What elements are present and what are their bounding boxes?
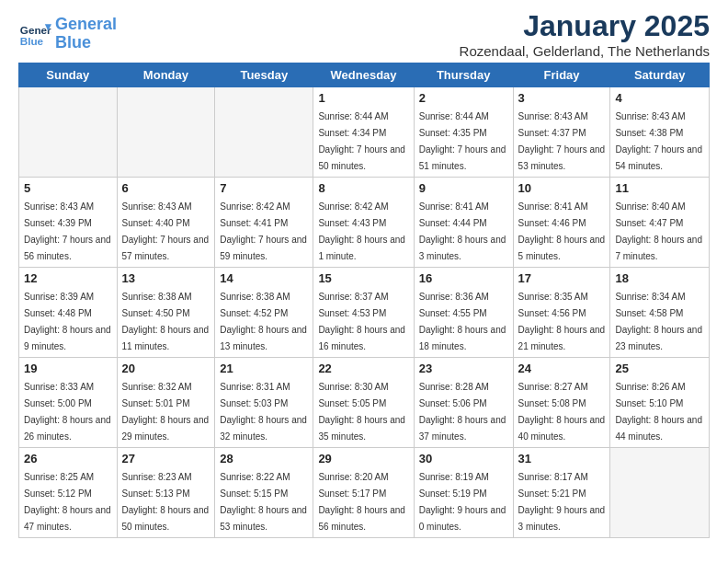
calendar-cell: 28Sunrise: 8:22 AMSunset: 5:15 PMDayligh… xyxy=(215,448,313,538)
calendar-cell: 31Sunrise: 8:17 AMSunset: 5:21 PMDayligh… xyxy=(513,448,610,538)
col-friday: Friday xyxy=(513,63,610,87)
calendar-cell: 27Sunrise: 8:23 AMSunset: 5:13 PMDayligh… xyxy=(117,448,215,538)
day-info: Sunrise: 8:25 AMSunset: 5:12 PMDaylight:… xyxy=(24,472,111,532)
location-subtitle: Rozendaal, Gelderland, The Netherlands xyxy=(460,43,710,59)
week-row: 1Sunrise: 8:44 AMSunset: 4:34 PMDaylight… xyxy=(19,87,710,178)
day-info: Sunrise: 8:43 AMSunset: 4:38 PMDaylight:… xyxy=(615,111,702,171)
col-saturday: Saturday xyxy=(610,63,710,87)
col-thursday: Thursday xyxy=(414,63,513,87)
day-info: Sunrise: 8:36 AMSunset: 4:55 PMDaylight:… xyxy=(419,292,506,351)
day-info: Sunrise: 8:31 AMSunset: 5:03 PMDaylight:… xyxy=(220,382,307,442)
day-number: 9 xyxy=(419,181,508,195)
day-number: 15 xyxy=(318,271,408,285)
week-row: 26Sunrise: 8:25 AMSunset: 5:12 PMDayligh… xyxy=(19,448,710,538)
day-number: 30 xyxy=(419,452,508,465)
col-sunday: Sunday xyxy=(19,63,118,87)
calendar-cell: 3Sunrise: 8:43 AMSunset: 4:37 PMDaylight… xyxy=(513,87,610,178)
logo-icon: General Blue xyxy=(18,17,51,51)
day-info: Sunrise: 8:43 AMSunset: 4:37 PMDaylight:… xyxy=(518,111,606,171)
calendar-cell: 22Sunrise: 8:30 AMSunset: 5:05 PMDayligh… xyxy=(313,358,414,448)
day-number: 10 xyxy=(518,181,606,195)
col-wednesday: Wednesday xyxy=(313,63,414,87)
calendar-cell: 1Sunrise: 8:44 AMSunset: 4:34 PMDaylight… xyxy=(313,87,414,178)
day-info: Sunrise: 8:42 AMSunset: 4:43 PMDaylight:… xyxy=(318,201,405,261)
day-info: Sunrise: 8:26 AMSunset: 5:10 PMDaylight:… xyxy=(615,382,702,442)
calendar-table: Sunday Monday Tuesday Wednesday Thursday… xyxy=(18,63,710,538)
week-row: 5Sunrise: 8:43 AMSunset: 4:39 PMDaylight… xyxy=(19,178,710,268)
calendar-cell: 4Sunrise: 8:43 AMSunset: 4:38 PMDaylight… xyxy=(610,87,710,178)
day-number: 19 xyxy=(24,362,112,375)
day-number: 25 xyxy=(615,362,704,375)
calendar-cell: 23Sunrise: 8:28 AMSunset: 5:06 PMDayligh… xyxy=(414,358,513,448)
day-number: 28 xyxy=(220,452,308,465)
logo: General Blue GeneralBlue xyxy=(18,16,117,52)
day-number: 7 xyxy=(220,181,308,195)
day-info: Sunrise: 8:39 AMSunset: 4:48 PMDaylight:… xyxy=(24,292,111,351)
calendar-cell: 18Sunrise: 8:34 AMSunset: 4:58 PMDayligh… xyxy=(610,268,710,358)
calendar-cell: 19Sunrise: 8:33 AMSunset: 5:00 PMDayligh… xyxy=(19,358,118,448)
logo-text: GeneralBlue xyxy=(55,16,117,52)
day-info: Sunrise: 8:20 AMSunset: 5:17 PMDaylight:… xyxy=(318,472,405,532)
day-info: Sunrise: 8:44 AMSunset: 4:35 PMDaylight:… xyxy=(419,111,506,171)
week-row: 19Sunrise: 8:33 AMSunset: 5:00 PMDayligh… xyxy=(19,358,710,448)
day-number: 16 xyxy=(419,271,508,285)
day-info: Sunrise: 8:35 AMSunset: 4:56 PMDaylight:… xyxy=(518,292,606,351)
calendar-cell: 17Sunrise: 8:35 AMSunset: 4:56 PMDayligh… xyxy=(513,268,610,358)
day-number: 1 xyxy=(318,91,408,105)
day-number: 6 xyxy=(122,181,210,195)
day-info: Sunrise: 8:28 AMSunset: 5:06 PMDaylight:… xyxy=(419,382,506,442)
day-info: Sunrise: 8:37 AMSunset: 4:53 PMDaylight:… xyxy=(318,292,405,351)
calendar-cell: 5Sunrise: 8:43 AMSunset: 4:39 PMDaylight… xyxy=(19,178,118,268)
calendar-cell: 15Sunrise: 8:37 AMSunset: 4:53 PMDayligh… xyxy=(313,268,414,358)
day-info: Sunrise: 8:43 AMSunset: 4:39 PMDaylight:… xyxy=(24,201,111,261)
day-info: Sunrise: 8:33 AMSunset: 5:00 PMDaylight:… xyxy=(24,382,111,442)
day-number: 29 xyxy=(318,452,408,465)
day-info: Sunrise: 8:17 AMSunset: 5:21 PMDaylight:… xyxy=(518,472,606,532)
col-monday: Monday xyxy=(117,63,215,87)
day-info: Sunrise: 8:22 AMSunset: 5:15 PMDaylight:… xyxy=(220,472,307,532)
calendar-cell: 10Sunrise: 8:41 AMSunset: 4:46 PMDayligh… xyxy=(513,178,610,268)
day-number: 18 xyxy=(615,271,704,285)
day-info: Sunrise: 8:23 AMSunset: 5:13 PMDaylight:… xyxy=(122,472,210,532)
calendar-cell: 6Sunrise: 8:43 AMSunset: 4:40 PMDaylight… xyxy=(117,178,215,268)
calendar-cell: 2Sunrise: 8:44 AMSunset: 4:35 PMDaylight… xyxy=(414,87,513,178)
day-info: Sunrise: 8:34 AMSunset: 4:58 PMDaylight:… xyxy=(615,292,702,351)
day-number: 12 xyxy=(24,271,112,285)
calendar-cell: 30Sunrise: 8:19 AMSunset: 5:19 PMDayligh… xyxy=(414,448,513,538)
day-number: 4 xyxy=(615,91,704,105)
calendar-cell: 20Sunrise: 8:32 AMSunset: 5:01 PMDayligh… xyxy=(117,358,215,448)
day-info: Sunrise: 8:40 AMSunset: 4:47 PMDaylight:… xyxy=(615,201,702,261)
day-number: 23 xyxy=(419,362,508,375)
day-number: 11 xyxy=(615,181,704,195)
day-number: 20 xyxy=(122,362,210,375)
day-info: Sunrise: 8:32 AMSunset: 5:01 PMDaylight:… xyxy=(122,382,210,442)
calendar-cell xyxy=(215,87,313,178)
calendar-cell: 13Sunrise: 8:38 AMSunset: 4:50 PMDayligh… xyxy=(117,268,215,358)
calendar-cell: 11Sunrise: 8:40 AMSunset: 4:47 PMDayligh… xyxy=(610,178,710,268)
page-header: General Blue GeneralBlue January 2025 Ro… xyxy=(0,0,728,63)
week-row: 12Sunrise: 8:39 AMSunset: 4:48 PMDayligh… xyxy=(19,268,710,358)
day-info: Sunrise: 8:44 AMSunset: 4:34 PMDaylight:… xyxy=(318,111,405,171)
calendar-cell: 26Sunrise: 8:25 AMSunset: 5:12 PMDayligh… xyxy=(19,448,118,538)
col-tuesday: Tuesday xyxy=(215,63,313,87)
day-number: 26 xyxy=(24,452,112,465)
calendar-cell: 14Sunrise: 8:38 AMSunset: 4:52 PMDayligh… xyxy=(215,268,313,358)
svg-text:Blue: Blue xyxy=(20,35,44,47)
calendar-cell: 24Sunrise: 8:27 AMSunset: 5:08 PMDayligh… xyxy=(513,358,610,448)
calendar-cell xyxy=(117,87,215,178)
calendar-cell xyxy=(610,448,710,538)
day-info: Sunrise: 8:42 AMSunset: 4:41 PMDaylight:… xyxy=(220,201,307,261)
day-number: 3 xyxy=(518,91,606,105)
day-info: Sunrise: 8:19 AMSunset: 5:19 PMDaylight:… xyxy=(419,472,506,532)
day-info: Sunrise: 8:38 AMSunset: 4:52 PMDaylight:… xyxy=(220,292,307,351)
day-info: Sunrise: 8:41 AMSunset: 4:44 PMDaylight:… xyxy=(419,201,506,261)
calendar-cell: 7Sunrise: 8:42 AMSunset: 4:41 PMDaylight… xyxy=(215,178,313,268)
day-number: 27 xyxy=(122,452,210,465)
day-number: 24 xyxy=(518,362,606,375)
calendar-cell: 8Sunrise: 8:42 AMSunset: 4:43 PMDaylight… xyxy=(313,178,414,268)
day-number: 13 xyxy=(122,271,210,285)
calendar-cell: 9Sunrise: 8:41 AMSunset: 4:44 PMDaylight… xyxy=(414,178,513,268)
day-number: 17 xyxy=(518,271,606,285)
header-row: Sunday Monday Tuesday Wednesday Thursday… xyxy=(19,63,710,87)
day-info: Sunrise: 8:30 AMSunset: 5:05 PMDaylight:… xyxy=(318,382,405,442)
